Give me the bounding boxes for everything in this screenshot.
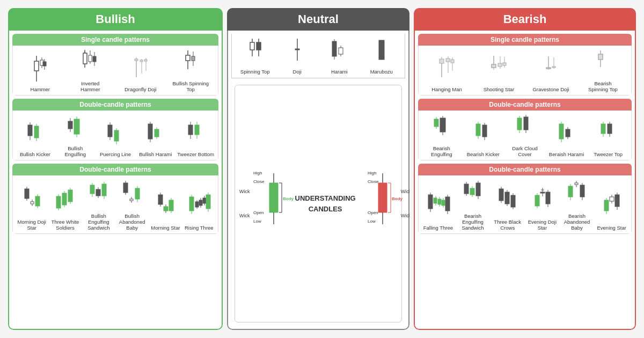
- harami-neutral-icon: [330, 37, 349, 67]
- bearish-single-sub: Single candle patterns Hanging Man: [418, 34, 632, 95]
- svg-rect-65: [25, 189, 29, 199]
- bearish-abandoned-baby-icon: [566, 179, 588, 211]
- list-item: Bullish Engulfing Sandwich: [82, 179, 115, 231]
- svg-rect-80: [68, 190, 72, 202]
- bearish-double1-header: Double-candle patterns: [418, 99, 632, 111]
- hanging-man-icon: [437, 55, 456, 84]
- svg-rect-107: [169, 200, 173, 211]
- wick-label-red-bot: Wick: [401, 212, 409, 219]
- svg-rect-214: [601, 124, 605, 134]
- svg-rect-26: [144, 60, 147, 61]
- svg-rect-128: [257, 42, 261, 50]
- dark-cloud-cover-icon: [515, 114, 534, 143]
- svg-rect-10: [83, 53, 87, 64]
- morning-star-label: Morning Star: [151, 225, 180, 231]
- bullish-harami-icon: [146, 120, 165, 149]
- falling-three-label: Falling Three: [423, 225, 453, 231]
- svg-rect-23: [140, 60, 143, 62]
- svg-rect-35: [28, 125, 32, 136]
- spinning-top-label: Spinning Top: [240, 69, 270, 75]
- evening-star-label: Evening Star: [597, 225, 626, 231]
- list-item: Gravestone Doji: [532, 55, 570, 92]
- list-item: Hammer: [21, 55, 59, 92]
- svg-text:Low: Low: [253, 219, 261, 224]
- svg-rect-134: [332, 41, 336, 56]
- svg-rect-223: [434, 198, 437, 203]
- bullish-abandoned-baby-icon: [121, 179, 143, 211]
- tweezer-bottom-label: Tweezer Bottom: [177, 151, 214, 157]
- bullish-engulfing-label: Bullish Engulfing: [56, 145, 94, 158]
- svg-rect-104: [164, 207, 168, 211]
- falling-three-icon: [427, 190, 449, 223]
- svg-rect-263: [568, 186, 573, 197]
- svg-rect-110: [189, 197, 194, 211]
- svg-rect-56: [155, 129, 159, 137]
- list-item: Bearish Spinning Top: [584, 49, 622, 93]
- list-item: Bullish Abandoned Baby: [115, 179, 149, 231]
- svg-rect-163: [440, 59, 444, 63]
- bearish-engulfing-label: Bearish Engulfing: [423, 145, 460, 158]
- doji-icon: [292, 37, 303, 67]
- bullish-engulfing-sandwich-label: Bullish Engulfing Sandwich: [82, 213, 115, 231]
- svg-text:Open: Open: [253, 210, 264, 215]
- svg-rect-238: [470, 188, 474, 195]
- bearish-engulfing-sandwich-label: Bearish Engulfing Sandwich: [456, 213, 491, 231]
- list-item: Tweezer Top: [589, 120, 627, 157]
- marubozu-label: Marubozu: [370, 69, 393, 75]
- svg-text:Body: Body: [392, 196, 403, 201]
- svg-rect-196: [476, 124, 480, 136]
- bullish-single-sub: Single candle patterns: [12, 34, 218, 95]
- svg-rect-272: [604, 200, 609, 211]
- bullish-double1-row: Bullish Kicker Bullish Engulfing: [12, 111, 218, 160]
- svg-rect-278: [615, 195, 619, 207]
- svg-text:Close: Close: [253, 179, 265, 184]
- svg-rect-235: [464, 184, 469, 194]
- list-item: Shooting Star: [480, 55, 518, 92]
- svg-rect-122: [206, 195, 210, 209]
- three-white-soldiers-label: Three White Soldiers: [48, 219, 82, 231]
- hanging-man-label: Hanging Man: [431, 86, 462, 92]
- svg-text:Open: Open: [368, 210, 378, 215]
- svg-rect-7: [43, 62, 46, 66]
- svg-rect-229: [442, 200, 445, 205]
- svg-rect-184: [552, 67, 555, 68]
- beraish-harami-icon: [557, 120, 576, 149]
- svg-rect-62: [195, 125, 199, 135]
- hammer-label: Hammer: [31, 86, 50, 92]
- bullish-double1-sub: Double-candle patterns Bullish Kicker: [12, 99, 218, 160]
- neutral-section: Neutral Spinning Top: [227, 8, 409, 330]
- svg-rect-166: [446, 58, 450, 62]
- list-item: Dragonfly Doji: [122, 55, 159, 92]
- svg-rect-53: [148, 124, 152, 139]
- svg-rect-77: [62, 193, 67, 205]
- svg-text:High: High: [368, 171, 376, 175]
- svg-rect-16: [93, 56, 96, 62]
- beraish-harami-label: Beraish Harami: [549, 151, 584, 157]
- svg-rect-260: [546, 192, 550, 204]
- list-item: Beraish Harami: [548, 120, 586, 157]
- gravestone-doji-icon: [543, 55, 559, 84]
- wick-label-green-top: Wick: [239, 188, 250, 195]
- svg-rect-208: [559, 124, 564, 139]
- rising-three-label: Rising Three: [185, 225, 214, 231]
- svg-rect-29: [186, 55, 190, 61]
- svg-rect-275: [610, 197, 614, 201]
- bullish-double2-row: Morning Doji Star Three White Sol: [12, 175, 218, 234]
- bearish-abandoned-baby-label: Bearish Abandoned Baby: [560, 213, 595, 231]
- list-item: Spinning Top: [236, 37, 274, 75]
- list-item: Bearish Abandoned Baby: [560, 179, 595, 231]
- list-item: Three Black Crows: [490, 185, 525, 231]
- svg-rect-83: [90, 185, 94, 194]
- svg-rect-92: [123, 183, 128, 193]
- svg-text:Close: Close: [368, 179, 379, 184]
- svg-rect-116: [199, 200, 202, 205]
- three-white-soldiers-icon: [54, 185, 76, 217]
- bullish-double2-header: Double-candle patterns: [12, 164, 218, 175]
- svg-rect-137: [339, 48, 343, 54]
- svg-rect-20: [135, 59, 138, 61]
- green-candle-diagram: High Close Open Low: [252, 168, 284, 238]
- puercing-line-icon: [106, 120, 125, 149]
- svg-rect-50: [114, 130, 119, 141]
- list-item: Morning Star: [149, 190, 182, 231]
- svg-rect-32: [192, 56, 195, 61]
